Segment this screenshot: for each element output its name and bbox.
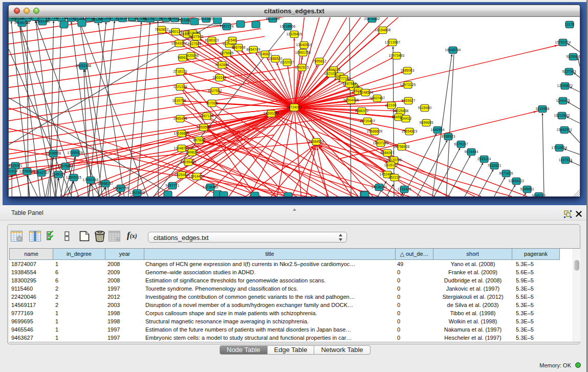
svg-text:12923448: 12923448 [129,191,145,194]
svg-text:9327508: 9327508 [187,42,201,46]
svg-text:10756928: 10756928 [394,145,410,148]
svg-text:3267130: 3267130 [200,114,213,118]
svg-text:12942737: 12942737 [34,171,50,174]
svg-text:6497568: 6497568 [342,82,356,85]
svg-text:1353594: 1353594 [197,125,210,129]
svg-text:3875685: 3875685 [220,51,233,55]
svg-text:14055724: 14055724 [14,21,30,25]
svg-text:16210643: 16210643 [554,114,570,117]
svg-text:2967608: 2967608 [231,46,245,49]
svg-text:16248534: 16248534 [358,91,374,94]
svg-text:11325419: 11325419 [287,32,302,36]
svg-text:9242848: 9242848 [215,63,229,67]
svg-text:8322037: 8322037 [280,60,294,64]
svg-text:10973493: 10973493 [389,54,405,57]
svg-text:8471626: 8471626 [499,171,513,175]
svg-text:12213967: 12213967 [385,40,401,44]
svg-text:10958187: 10958187 [98,182,114,185]
svg-text:7663822: 7663822 [155,28,168,31]
svg-text:14136141: 14136141 [372,185,387,189]
svg-text:2933114: 2933114 [477,157,491,161]
svg-text:12156829: 12156829 [19,169,35,173]
svg-text:18807249: 18807249 [373,141,389,145]
svg-text:9777169: 9777169 [337,77,351,80]
svg-text:19384554: 19384554 [309,140,324,143]
svg-text:8427552: 8427552 [208,89,222,93]
svg-text:7955812: 7955812 [312,59,326,63]
svg-text:12505115: 12505115 [66,176,82,179]
svg-text:16099489: 16099489 [181,160,197,164]
svg-text:9329966: 9329966 [566,55,580,58]
svg-text:849822: 849822 [186,150,198,154]
svg-text:7857274: 7857274 [220,25,233,28]
svg-text:12093872: 12093872 [557,84,573,87]
svg-text:16782759: 16782759 [113,186,129,190]
svg-text:16961758: 16961758 [295,51,311,54]
svg-text:1244415: 1244415 [556,99,570,102]
svg-text:20053346: 20053346 [76,64,92,68]
svg-text:16648784: 16648784 [445,48,461,52]
svg-text:8938923: 8938923 [441,135,455,138]
svg-text:9463627: 9463627 [401,99,415,102]
svg-text:17359928: 17359928 [68,151,83,155]
svg-text:9327505: 9327505 [189,35,203,38]
svg-text:10046708: 10046708 [174,146,190,150]
svg-text:10654122: 10654122 [509,179,525,183]
svg-text:16120746: 16120746 [386,158,402,162]
svg-text:404412: 404412 [400,117,411,120]
svg-text:1546: 1546 [228,38,236,42]
svg-text:9227343: 9227343 [562,70,576,73]
svg-text:19654923: 19654923 [402,129,418,133]
svg-text:8813054: 8813054 [266,17,279,20]
svg-text:9699695: 9699695 [419,121,433,124]
svg-text:98961: 98961 [178,56,187,59]
svg-text:1562615: 1562615 [295,65,309,69]
svg-text:1588520: 1588520 [268,57,282,60]
svg-text:9684067: 9684067 [380,151,394,155]
svg-text:7485003: 7485003 [400,69,414,72]
svg-text:391514: 391514 [9,169,18,173]
svg-text:8454749: 8454749 [246,48,260,51]
svg-text:10688609: 10688609 [367,129,383,133]
svg-text:1965493: 1965493 [173,117,187,120]
svg-text:16543362: 16543362 [171,41,187,45]
svg-text:20876562: 20876562 [364,17,380,20]
svg-text:9245012: 9245012 [532,194,546,196]
svg-text:867832: 867832 [193,138,205,142]
svg-text:7625402: 7625402 [175,173,188,177]
svg-text:7386372: 7386372 [355,109,368,113]
svg-text:18300295: 18300295 [264,112,279,115]
svg-text:10975887: 10975887 [58,164,74,168]
svg-text:20891406: 20891406 [35,19,51,23]
svg-text:1145194: 1145194 [52,172,66,176]
svg-text:10025438: 10025438 [393,109,409,113]
svg-text:1733426: 1733426 [397,187,411,191]
svg-text:252214: 252214 [388,176,400,179]
svg-text:15692951: 15692951 [557,128,573,132]
svg-text:1440954: 1440954 [430,128,444,132]
svg-text:1610755: 1610755 [172,99,186,102]
svg-text:19166825: 19166825 [174,132,190,135]
svg-text:9115460: 9115460 [418,106,432,110]
svg-text:317006: 317006 [206,101,217,105]
svg-text:20364436: 20364436 [343,98,359,102]
svg-text:1221338: 1221338 [173,85,187,89]
svg-text:15720407: 15720407 [360,119,376,123]
svg-text:3215958: 3215958 [535,107,549,111]
svg-text:6379197: 6379197 [454,142,468,146]
svg-text:9146821: 9146821 [258,52,272,56]
svg-text:2803144: 2803144 [212,76,226,79]
svg-text:2718176: 2718176 [173,70,187,73]
svg-text:16154808: 16154808 [375,28,391,32]
svg-text:15751074: 15751074 [555,40,571,44]
svg-text:11178: 11178 [565,23,574,26]
svg-text:1167534: 1167534 [559,158,573,162]
svg-text:17957283: 17957283 [83,178,99,182]
svg-text:16033809: 16033809 [199,17,214,20]
svg-text:18724007: 18724007 [287,105,302,109]
svg-text:82160: 82160 [386,103,396,107]
svg-text:10607487: 10607487 [369,96,385,100]
svg-text:20206556: 20206556 [46,151,61,155]
svg-text:9245652: 9245652 [520,187,534,191]
svg-text:12973125: 12973125 [400,83,416,86]
